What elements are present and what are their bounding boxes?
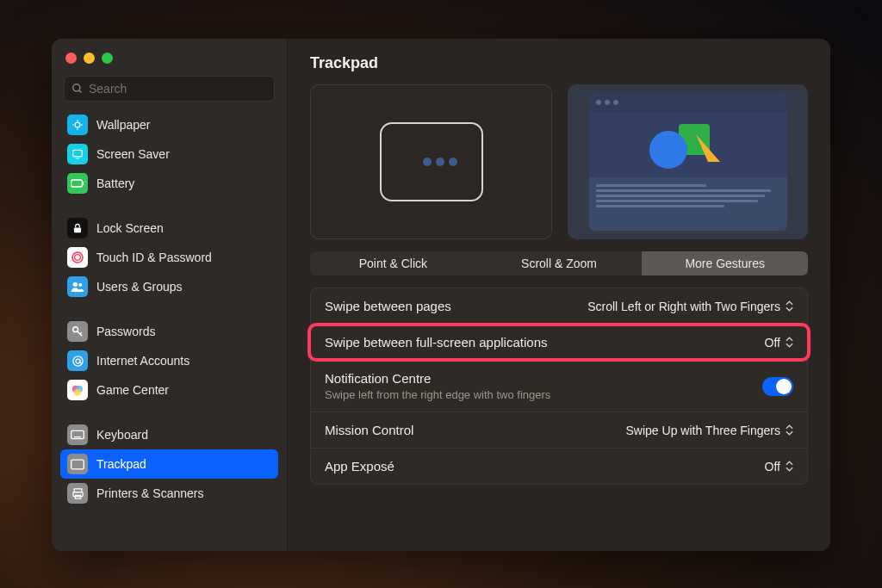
sidebar-item-label: Trackpad (96, 457, 146, 471)
touchid-icon (67, 247, 88, 268)
window-controls (52, 47, 287, 76)
content-pane: Trackpad (288, 39, 830, 551)
page-title: Trackpad (310, 54, 808, 72)
toggle-switch[interactable] (762, 377, 793, 396)
setting-label: Notification Centre (325, 371, 550, 386)
sidebar-item-label: Touch ID & Password (96, 251, 212, 264)
sidebar-item-touch-id-password[interactable]: Touch ID & Password (60, 243, 278, 272)
chevron-updown-icon (786, 337, 793, 348)
search-icon (71, 83, 84, 95)
sidebar-item-keyboard[interactable]: Keyboard (60, 420, 278, 449)
tab-point-click[interactable]: Point & Click (310, 251, 476, 275)
tab-scroll-zoom[interactable]: Scroll & Zoom (476, 251, 643, 275)
setting-value-select[interactable]: Scroll Left or Right with Two Fingers (587, 300, 793, 313)
tabs: Point & ClickScroll & ZoomMore Gestures (310, 251, 808, 275)
close-icon[interactable] (65, 53, 77, 64)
setting-label: App Exposé (325, 459, 394, 473)
svg-rect-10 (83, 182, 84, 185)
screensaver-icon (67, 144, 88, 164)
row-swipe-pages: Swipe between pages Scroll Left or Right… (311, 288, 807, 325)
svg-rect-11 (74, 227, 81, 232)
sidebar-item-users-groups[interactable]: Users & Groups (60, 272, 278, 301)
svg-point-31 (649, 131, 687, 169)
sidebar-item-label: Users & Groups (96, 280, 183, 294)
sidebar-item-label: Keyboard (96, 428, 148, 442)
sidebar-item-label: Internet Accounts (96, 354, 189, 368)
wallpaper-icon (67, 115, 88, 135)
sidebar-item-battery[interactable]: Battery (60, 169, 278, 198)
svg-line-1 (79, 90, 82, 93)
sidebar-item-label: Screen Saver (96, 147, 170, 161)
sidebar-item-label: Wallpaper (96, 118, 151, 132)
sidebar: WallpaperScreen SaverBatteryLock ScreenT… (52, 39, 288, 551)
sidebar-item-label: Lock Screen (96, 221, 164, 235)
svg-point-23 (74, 389, 81, 396)
search-input[interactable] (89, 82, 267, 96)
preview-trackpad (310, 84, 552, 239)
preview-demo (568, 84, 808, 239)
at-icon (67, 350, 88, 371)
sidebar-item-passwords[interactable]: Passwords (60, 317, 278, 346)
preview-row (310, 84, 808, 239)
battery-icon (67, 173, 88, 194)
svg-point-12 (72, 252, 83, 263)
setting-value-select[interactable]: Off (765, 336, 793, 350)
setting-sublabel: Swipe left from the right edge with two … (325, 388, 550, 401)
users-icon (67, 276, 88, 297)
chevron-updown-icon (786, 300, 793, 312)
row-mission-control: Mission Control Swipe Up with Three Fing… (311, 412, 807, 449)
sidebar-item-screen-saver[interactable]: Screen Saver (60, 139, 278, 169)
setting-value-select[interactable]: Off (765, 460, 793, 473)
row-notification-centre: Notification Centre Swipe left from the … (311, 361, 807, 412)
mini-window-icon (589, 93, 787, 231)
svg-rect-7 (73, 150, 83, 157)
setting-label: Mission Control (325, 423, 413, 437)
sidebar-item-label: Passwords (96, 325, 155, 338)
sidebar-item-label: Battery (96, 176, 134, 190)
svg-point-14 (73, 282, 78, 287)
setting-label: Swipe between pages (325, 299, 451, 313)
row-swipe-fullscreen: Swipe between full-screen applications O… (311, 325, 807, 361)
trackpad-icon (67, 454, 88, 474)
setting-label: Swipe between full-screen applications (325, 335, 547, 350)
trackpad-icon (380, 122, 483, 201)
svg-line-18 (80, 332, 82, 334)
sidebar-item-printers-scanners[interactable]: Printers & Scanners (60, 479, 278, 508)
svg-rect-26 (71, 460, 84, 469)
svg-point-13 (75, 255, 81, 261)
chevron-updown-icon (786, 424, 793, 436)
key-icon (67, 321, 88, 342)
keyboard-icon (67, 424, 88, 445)
sidebar-item-lock-screen[interactable]: Lock Screen (60, 214, 278, 243)
sidebar-item-wallpaper[interactable]: Wallpaper (60, 110, 278, 139)
sidebar-item-internet-accounts[interactable]: Internet Accounts (60, 346, 278, 375)
sidebar-list: WallpaperScreen SaverBatteryLock ScreenT… (52, 110, 287, 551)
settings-list: Swipe between pages Scroll Left or Right… (310, 288, 808, 485)
search-field[interactable] (64, 76, 275, 102)
gamecenter-icon (67, 380, 88, 400)
svg-rect-9 (71, 180, 83, 187)
sidebar-item-label: Printers & Scanners (96, 486, 204, 500)
zoom-icon[interactable] (102, 53, 113, 64)
svg-point-0 (73, 84, 80, 91)
lock-icon (67, 218, 88, 238)
svg-point-19 (72, 356, 82, 365)
chevron-updown-icon (786, 461, 793, 472)
minimize-icon[interactable] (84, 53, 95, 64)
sidebar-item-game-center[interactable]: Game Center (60, 375, 278, 405)
sidebar-item-trackpad[interactable]: Trackpad (60, 449, 278, 479)
tab-more-gestures[interactable]: More Gestures (642, 251, 808, 275)
svg-point-20 (76, 359, 80, 363)
row-app-expose: App Exposé Off (311, 449, 807, 484)
svg-point-2 (75, 122, 80, 127)
sidebar-item-label: Game Center (96, 383, 169, 397)
svg-point-15 (78, 283, 82, 287)
printer-icon (67, 483, 88, 504)
setting-value-select[interactable]: Swipe Up with Three Fingers (626, 424, 793, 437)
settings-window: WallpaperScreen SaverBatteryLock ScreenT… (52, 39, 830, 551)
